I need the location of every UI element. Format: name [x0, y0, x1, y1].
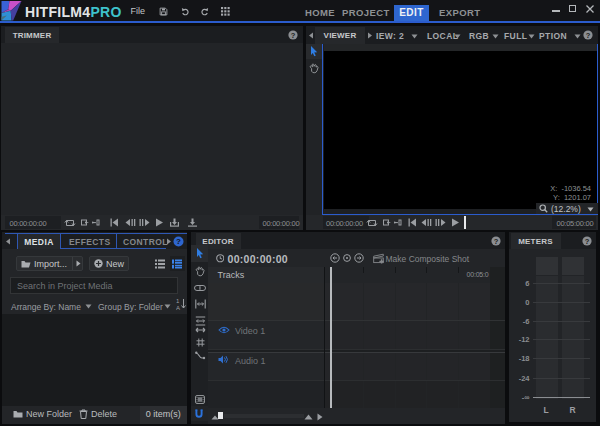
svg-text:?: ? — [586, 31, 591, 40]
svg-text:A: A — [176, 305, 180, 311]
svg-text:?: ? — [291, 31, 296, 40]
svg-text:?: ? — [176, 237, 181, 246]
svg-text:?: ? — [584, 237, 589, 246]
svg-text:1: 1 — [176, 298, 180, 304]
svg-text:?: ? — [493, 237, 498, 246]
